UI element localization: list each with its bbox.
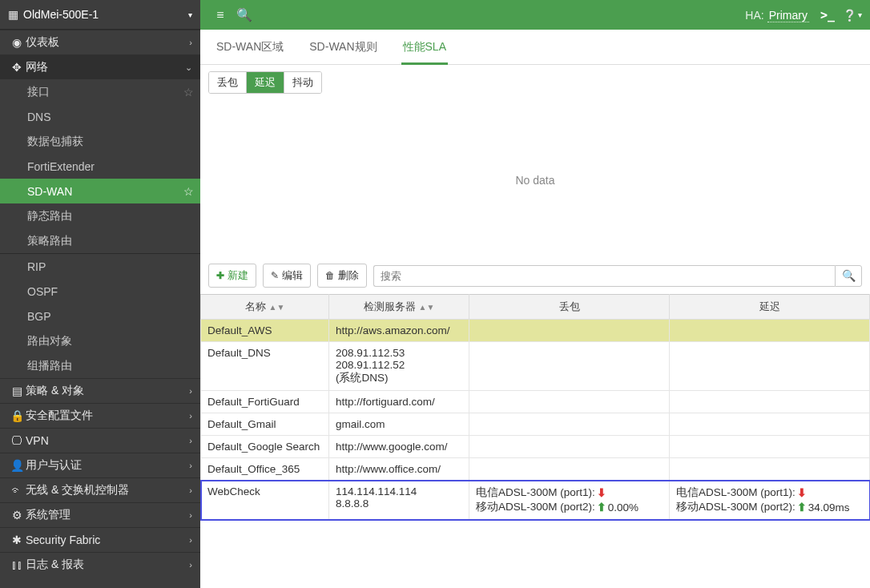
nav-label: 系统管理	[26, 508, 189, 522]
nav-subitem[interactable]: 组播路由	[0, 353, 200, 378]
metric-button[interactable]: 丢包	[209, 72, 247, 93]
metric-toggle-group: 丢包延迟抖动	[208, 71, 322, 94]
chevron-icon: ⌄	[185, 62, 192, 73]
cell-latency	[670, 458, 870, 481]
hostname: OldMei-500E-1	[23, 8, 99, 21]
nav-sublabel: 策略路由	[27, 234, 72, 248]
device-icon: ▦	[8, 8, 18, 21]
nav-subitem[interactable]: FortiExtender	[0, 154, 200, 179]
column-header[interactable]: 延迟	[670, 295, 870, 320]
nav-label: 日志 & 报表	[26, 558, 189, 572]
cell-loss	[469, 391, 670, 413]
nav-item[interactable]: ◉仪表板›	[0, 30, 200, 54]
nav-subitem[interactable]: OSPF	[0, 279, 200, 304]
nav-item[interactable]: ⚙系统管理›	[0, 502, 200, 527]
nav-item[interactable]: 🖵VPN›	[0, 428, 200, 453]
nav-label: 安全配置文件	[26, 409, 189, 423]
nav-subitem[interactable]: 策略路由	[0, 228, 200, 253]
nav-subitem[interactable]: SD-WAN☆	[0, 179, 200, 203]
nav-icon: ✥	[8, 61, 26, 74]
search-icon[interactable]: 🔍	[232, 7, 256, 22]
tab[interactable]: SD-WAN规则	[308, 32, 378, 65]
table-row[interactable]: WebCheck114.114.114.1148.8.8.8电信ADSL-300…	[201, 481, 870, 520]
nav-sublabel: 数据包捕获	[27, 135, 83, 149]
nav-sublabel: 接口	[27, 85, 50, 99]
cell-loss	[469, 413, 670, 436]
search-input[interactable]	[373, 265, 835, 287]
nav-sublabel: FortiExtender	[27, 160, 95, 173]
arrow-down-icon: ⬇	[797, 486, 807, 499]
star-icon[interactable]: ☆	[183, 185, 194, 198]
cell-server: http://aws.amazon.com/	[329, 320, 469, 342]
metric-button[interactable]: 抖动	[284, 72, 321, 93]
metric-button[interactable]: 延迟	[247, 72, 284, 93]
cell-latency	[670, 320, 870, 342]
column-header[interactable]: 丢包	[469, 295, 670, 320]
column-header[interactable]: 检测服务器▲▼	[329, 295, 469, 320]
nav-subitem[interactable]: RIP	[0, 254, 200, 279]
column-header[interactable]: 名称▲▼	[201, 295, 329, 320]
nav-item[interactable]: 🔒安全配置文件›	[0, 403, 200, 428]
nav-item[interactable]: ᯤ无线 & 交换机控制器›	[0, 477, 200, 502]
nav-subitem[interactable]: BGP	[0, 304, 200, 328]
table-row[interactable]: Default_Gmailgmail.com	[201, 413, 870, 436]
cell-loss	[469, 458, 670, 481]
cell-server: http://www.google.com/	[329, 436, 469, 458]
cell-server: http://www.office.com/	[329, 458, 469, 481]
nav-sublabel: RIP	[27, 260, 46, 273]
status-line: 移动ADSL-300M (port2):⬆34.09ms	[676, 500, 863, 514]
chevron-icon: ›	[189, 436, 192, 445]
nav-subitem[interactable]: 数据包捕获	[0, 129, 200, 154]
nav-icon: ✱	[8, 534, 26, 546]
nav-sublabel: 路由对象	[27, 334, 72, 348]
menu-icon[interactable]: ≡	[208, 8, 232, 22]
nav-subitem[interactable]: 静态路由	[0, 203, 200, 228]
edit-button[interactable]: ✎编辑	[263, 264, 311, 288]
nav-subitem[interactable]: DNS	[0, 104, 200, 129]
star-icon[interactable]: ☆	[183, 86, 194, 99]
nav-label: VPN	[26, 434, 189, 447]
table-row[interactable]: Default_DNS208.91.112.53208.91.112.52(系统…	[201, 342, 870, 391]
cli-button[interactable]: >_	[820, 8, 835, 22]
arrow-down-icon: ⬇	[597, 486, 606, 499]
tab[interactable]: SD-WAN区域	[215, 32, 285, 65]
create-button[interactable]: ✚新建	[208, 264, 256, 288]
ha-status[interactable]: HA:Primary	[745, 9, 809, 22]
nav-icon: ⫿⫿	[8, 558, 26, 571]
nav-sublabel: 组播路由	[27, 359, 72, 373]
nav-subitem[interactable]: 路由对象	[0, 328, 200, 353]
delete-button[interactable]: 🗑删除	[317, 264, 367, 288]
status-line: 移动ADSL-300M (port2):⬆0.00%	[476, 500, 663, 514]
nav-item[interactable]: ✱Security Fabric›	[0, 527, 200, 552]
cell-latency	[670, 413, 870, 436]
help-button[interactable]: ❔▾	[843, 9, 862, 22]
cell-name: Default_AWS	[201, 320, 329, 342]
hostname-dropdown-icon[interactable]: ▾	[188, 10, 192, 19]
table-row[interactable]: Default_Google Searchhttp://www.google.c…	[201, 436, 870, 458]
chevron-icon: ›	[189, 386, 192, 396]
nav-item[interactable]: 👤用户与认证›	[0, 453, 200, 477]
nav-icon: ᯤ	[8, 484, 26, 497]
arrow-up-icon: ⬆	[597, 501, 606, 513]
cell-latency	[670, 436, 870, 458]
nav-sublabel: BGP	[27, 310, 51, 323]
chevron-icon: ›	[189, 38, 192, 47]
cell-latency	[670, 391, 870, 413]
nav-item[interactable]: ▤策略 & 对象›	[0, 378, 200, 403]
cell-name: Default_DNS	[201, 342, 329, 391]
nav-label: 用户与认证	[26, 458, 189, 473]
status-line: 电信ADSL-300M (port1):⬇	[476, 485, 663, 500]
cell-server: 114.114.114.1148.8.8.8	[329, 481, 469, 520]
nav-label: 策略 & 对象	[26, 384, 189, 398]
search-button[interactable]: 🔍	[835, 265, 862, 287]
nav-item[interactable]: ✥网络⌄	[0, 54, 200, 79]
table-row[interactable]: Default_AWShttp://aws.amazon.com/	[201, 320, 870, 342]
nav-item[interactable]: ⫿⫿日志 & 报表›	[0, 552, 200, 577]
nav-icon: ▤	[8, 385, 26, 397]
table-row[interactable]: Default_Office_365http://www.office.com/	[201, 458, 870, 481]
nav-subitem[interactable]: 接口☆	[0, 79, 200, 104]
nav-icon: 🖵	[8, 434, 26, 447]
nav-sublabel: DNS	[27, 111, 51, 123]
table-row[interactable]: Default_FortiGuardhttp://fortiguard.com/	[201, 391, 870, 413]
tab[interactable]: 性能SLA	[401, 32, 448, 65]
